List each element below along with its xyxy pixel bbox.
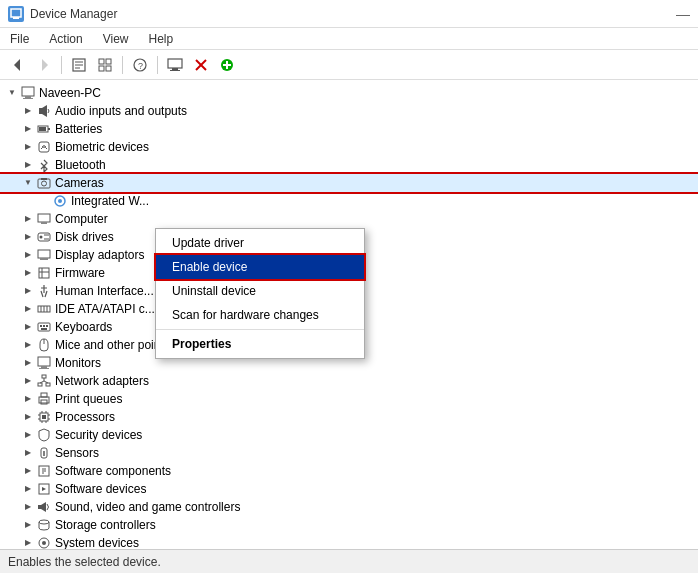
processors-label: Processors	[55, 408, 115, 426]
tree-item-audio[interactable]: ▶ Audio inputs and outputs	[0, 102, 698, 120]
svg-rect-22	[22, 87, 34, 96]
firmware-icon	[36, 265, 52, 281]
sound-video-label: Sound, video and game controllers	[55, 498, 240, 516]
svg-rect-59	[39, 368, 49, 369]
svg-point-81	[43, 451, 45, 453]
view-button[interactable]	[93, 54, 117, 76]
forward-button[interactable]	[32, 54, 56, 76]
add-button[interactable]	[215, 54, 239, 76]
expand-icon: ▶	[20, 355, 36, 371]
svg-rect-16	[170, 70, 180, 71]
minimize-btn[interactable]: —	[676, 7, 690, 21]
svg-rect-53	[43, 325, 45, 327]
expand-icon: ▶	[20, 409, 36, 425]
computer-sm-icon	[36, 211, 52, 227]
help-button[interactable]: ?	[128, 54, 152, 76]
tree-item-security-devices[interactable]: ▶ Security devices	[0, 426, 698, 444]
menu-view[interactable]: View	[99, 31, 133, 47]
ctx-properties[interactable]: Properties	[156, 332, 364, 356]
bluetooth-icon	[36, 157, 52, 173]
tree-item-software-components[interactable]: ▶ Software components	[0, 462, 698, 480]
tree-item-system-devices[interactable]: ▶ System devices	[0, 534, 698, 549]
svg-rect-60	[42, 375, 46, 378]
audio-icon	[36, 103, 52, 119]
tree-item-cameras[interactable]: ▼ Cameras	[0, 174, 698, 192]
svg-point-89	[39, 520, 49, 524]
toolbar-sep-3	[157, 56, 158, 74]
ctx-update-driver[interactable]: Update driver	[156, 231, 364, 255]
storage-label: Storage controllers	[55, 516, 156, 534]
expand-icon: ▼	[4, 85, 20, 101]
device-tree[interactable]: ▼ Naveen-PC ▶ Audio inputs and outputs ▶…	[0, 80, 698, 549]
tree-item-network[interactable]: ▶ Network adapters	[0, 372, 698, 390]
ide-icon	[36, 301, 52, 317]
tree-item-software-devices[interactable]: ▶ Software devices	[0, 480, 698, 498]
tree-item-biometric[interactable]: ▶ Biometric devices	[0, 138, 698, 156]
mouse-icon	[36, 337, 52, 353]
monitor-button[interactable]	[163, 54, 187, 76]
tree-item-batteries[interactable]: ▶ Batteries	[0, 120, 698, 138]
tree-item-storage[interactable]: ▶ Storage controllers	[0, 516, 698, 534]
svg-rect-10	[99, 66, 104, 71]
expand-icon: ▶	[20, 247, 36, 263]
remove-button[interactable]	[189, 54, 213, 76]
battery-icon	[36, 121, 52, 137]
svg-rect-25	[39, 108, 42, 114]
svg-rect-23	[25, 96, 31, 98]
svg-rect-52	[40, 325, 42, 327]
svg-rect-44	[39, 268, 49, 278]
svg-rect-87	[38, 505, 41, 509]
expand-icon: ▶	[20, 427, 36, 443]
tree-item-bluetooth[interactable]: ▶ Bluetooth	[0, 156, 698, 174]
svg-rect-70	[42, 415, 46, 419]
title-bar-left: Device Manager	[8, 6, 117, 22]
menu-file[interactable]: File	[6, 31, 33, 47]
monitor-icon	[36, 355, 52, 371]
expand-icon: ▶	[20, 283, 36, 299]
svg-marker-2	[14, 59, 20, 71]
svg-rect-11	[106, 66, 111, 71]
tree-item-sensors[interactable]: ▶ Sensors	[0, 444, 698, 462]
svg-rect-54	[46, 325, 48, 327]
svg-rect-37	[41, 222, 47, 224]
expand-icon: ▶	[20, 211, 36, 227]
svg-point-32	[42, 181, 47, 186]
tree-item-processors[interactable]: ▶ Processors	[0, 408, 698, 426]
svg-point-39	[40, 236, 43, 239]
tree-item-naveen-pc[interactable]: ▼ Naveen-PC	[0, 84, 698, 102]
storage-icon	[36, 517, 52, 533]
svg-rect-31	[38, 179, 50, 188]
tree-item-print-queues[interactable]: ▶ Print queues	[0, 390, 698, 408]
expand-icon: ▶	[20, 373, 36, 389]
svg-marker-88	[41, 502, 46, 512]
ctx-scan-hardware[interactable]: Scan for hardware changes	[156, 303, 364, 327]
svg-rect-8	[99, 59, 104, 64]
expand-icon: ▶	[20, 229, 36, 245]
cameras-label: Cameras	[55, 174, 104, 192]
ctx-enable-device[interactable]: Enable device	[156, 255, 364, 279]
security-devices-label: Security devices	[55, 426, 142, 444]
svg-rect-33	[41, 178, 47, 180]
tree-item-computer[interactable]: ▶ Computer	[0, 210, 698, 228]
svg-rect-67	[41, 393, 47, 397]
expand-icon: ▼	[20, 175, 36, 191]
expand-icon: ▶	[20, 301, 36, 317]
ctx-uninstall-device[interactable]: Uninstall device	[156, 279, 364, 303]
properties-button[interactable]	[67, 54, 91, 76]
svg-marker-3	[42, 59, 48, 71]
menu-help[interactable]: Help	[145, 31, 178, 47]
batteries-label: Batteries	[55, 120, 102, 138]
back-button[interactable]	[6, 54, 30, 76]
svg-rect-55	[41, 328, 47, 330]
webcam-icon	[52, 193, 68, 209]
tree-item-sound-video[interactable]: ▶ Sound, video and game controllers	[0, 498, 698, 516]
sensor-icon	[36, 445, 52, 461]
network-label: Network adapters	[55, 372, 149, 390]
menu-action[interactable]: Action	[45, 31, 86, 47]
audio-label: Audio inputs and outputs	[55, 102, 187, 120]
expand-icon: ▶	[20, 139, 36, 155]
tree-item-integrated-webcam[interactable]: Integrated W...	[0, 192, 698, 210]
app-icon	[8, 6, 24, 22]
computer-icon	[20, 85, 36, 101]
svg-rect-9	[106, 59, 111, 64]
